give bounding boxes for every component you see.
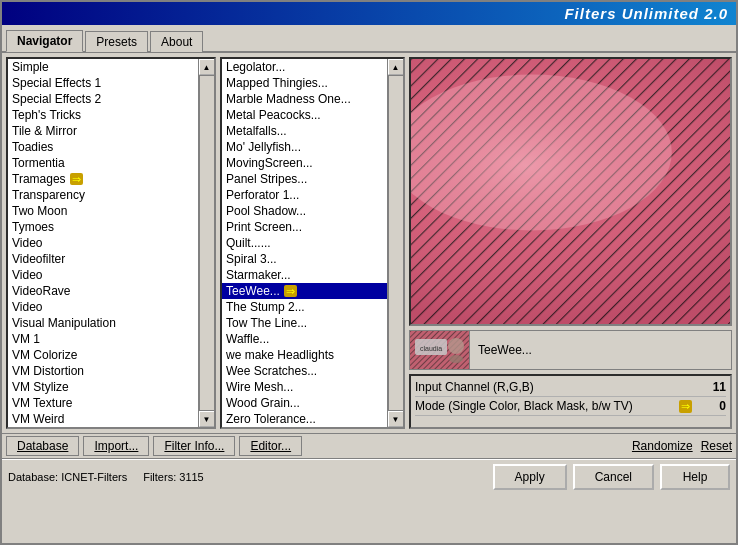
status-bar: Database: ICNET-Filters Filters: 3115 [8,471,487,483]
left-list-item[interactable]: VM Texture [8,395,198,411]
tab-navigator[interactable]: Navigator [6,30,83,52]
middle-list-item[interactable]: Legolator... [222,59,387,75]
middle-list-item[interactable]: Wood Grain... [222,395,387,411]
help-button[interactable]: Help [660,464,730,490]
left-list-item[interactable]: Two Moon [8,203,198,219]
left-list-scroll[interactable]: SimpleSpecial Effects 1Special Effects 2… [8,59,198,427]
svg-text:claudia: claudia [420,345,442,352]
middle-list-item[interactable]: Waffle... [222,331,387,347]
middle-list-item[interactable]: Zero Tolerance... [222,411,387,427]
bottom-toolbar: Database Import... Filter Info... Editor… [2,433,736,459]
middle-list-item[interactable]: Mo' Jellyfish... [222,139,387,155]
param-value: 11 [696,380,726,394]
import-button[interactable]: Import... [83,436,149,456]
params-area: Input Channel (R,G,B)11Mode (Single Colo… [409,374,732,429]
middle-list-item[interactable]: we make Headlights [222,347,387,363]
left-panel: SimpleSpecial Effects 1Special Effects 2… [6,57,216,429]
middle-list-scroll[interactable]: Hex Lattice...Holidays in Egypt...Legola… [222,59,387,427]
middle-scrollbar[interactable]: ▲ ▼ [387,59,403,427]
status-filters: Filters: 3115 [143,471,204,483]
middle-scroll-up[interactable]: ▲ [388,59,404,75]
left-list-item[interactable]: VM Stylize [8,379,198,395]
toolbar-right: Randomize Reset [632,439,732,453]
left-list-item[interactable]: Tile & Mirror [8,123,198,139]
left-list-item[interactable]: Toadies [8,139,198,155]
left-list-item[interactable]: Tormentia [8,155,198,171]
middle-list-item[interactable]: TeeWee...⇒ [222,283,387,299]
middle-panel: Hex Lattice...Holidays in Egypt...Legola… [220,57,405,429]
svg-point-10 [448,338,464,354]
left-list-item[interactable]: Visual Manipulation [8,315,198,331]
tab-bar: Navigator Presets About [2,25,736,53]
editor-button[interactable]: Editor... [239,436,302,456]
preview-image [411,59,730,324]
param-label: Mode (Single Color, Black Mask, b/w TV) [415,399,633,413]
left-list-item[interactable]: Videofilter [8,251,198,267]
main-content: SimpleSpecial Effects 1Special Effects 2… [2,53,736,433]
param-value: 0 [696,399,726,413]
middle-list-item[interactable]: Starmaker... [222,267,387,283]
left-list-item[interactable]: Special Effects 2 [8,91,198,107]
middle-scroll-down[interactable]: ▼ [388,411,404,427]
left-list-item[interactable]: Video [8,299,198,315]
middle-list-item[interactable]: Mapped Thingies... [222,75,387,91]
param-arrow-icon: ⇒ [679,400,692,413]
middle-list-item[interactable]: Wire Mesh... [222,379,387,395]
right-panel: claudia TeeWee... Input Channel (R,G,B)1… [409,57,732,429]
randomize-button[interactable]: Randomize [632,439,693,453]
scroll-down-arrow[interactable]: ▼ [199,411,215,427]
left-scrollbar[interactable]: ▲ ▼ [198,59,214,427]
middle-list-item[interactable]: The Stump 2... [222,299,387,315]
apply-button[interactable]: Apply [493,464,567,490]
middle-list-item[interactable]: Spiral 3... [222,251,387,267]
tab-about[interactable]: About [150,31,203,52]
middle-list-item[interactable]: Pool Shadow... [222,203,387,219]
param-row: Input Channel (R,G,B)11 [415,378,726,397]
middle-list-item[interactable]: Metalfalls... [222,123,387,139]
preview-area [409,57,732,326]
left-list-item[interactable]: Video [8,235,198,251]
left-list-item[interactable]: VM Distortion [8,363,198,379]
left-list-item[interactable]: Transparency [8,187,198,203]
left-list-item[interactable]: Teph's Tricks [8,107,198,123]
title-text: Filters Unlimited 2.0 [564,5,728,22]
left-list-item[interactable]: Simple [8,59,198,75]
effect-name: TeeWee... [470,343,731,357]
left-list-item[interactable]: Video [8,267,198,283]
middle-list-item[interactable]: Tow The Line... [222,315,387,331]
left-list-item[interactable]: VM Weird [8,411,198,427]
middle-list-item[interactable]: Metal Peacocks... [222,107,387,123]
effect-info-row: claudia TeeWee... [409,330,732,370]
cancel-button[interactable]: Cancel [573,464,654,490]
left-list-item[interactable]: VM Colorize [8,347,198,363]
reset-button[interactable]: Reset [701,439,732,453]
left-list-item[interactable]: Tymoes [8,219,198,235]
middle-list-item[interactable]: MovingScreen... [222,155,387,171]
left-list-item[interactable]: Tramages⇒ [8,171,198,187]
middle-list-item[interactable]: Quilt...... [222,235,387,251]
svg-point-11 [449,355,463,363]
scroll-up-arrow[interactable]: ▲ [199,59,215,75]
left-list-item[interactable]: VM 1 [8,331,198,347]
left-list-item[interactable]: Special Effects 1 [8,75,198,91]
action-bar: Database: ICNET-Filters Filters: 3115 Ap… [2,459,736,494]
database-button[interactable]: Database [6,436,79,456]
filter-info-button[interactable]: Filter Info... [153,436,235,456]
middle-list-item[interactable]: Print Screen... [222,219,387,235]
param-row: Mode (Single Color, Black Mask, b/w TV)⇒… [415,397,726,416]
middle-list-item[interactable]: Marble Madness One... [222,91,387,107]
middle-list-item[interactable]: Panel Stripes... [222,171,387,187]
middle-list-item[interactable]: Wee Scratches... [222,363,387,379]
middle-list-item[interactable]: Perforator 1... [222,187,387,203]
tab-presets[interactable]: Presets [85,31,148,52]
effect-thumbnail: claudia [410,331,470,369]
left-list-item[interactable]: VideoRave [8,283,198,299]
status-database: Database: ICNET-Filters [8,471,127,483]
param-label: Input Channel (R,G,B) [415,380,534,394]
title-bar: Filters Unlimited 2.0 [2,2,736,25]
